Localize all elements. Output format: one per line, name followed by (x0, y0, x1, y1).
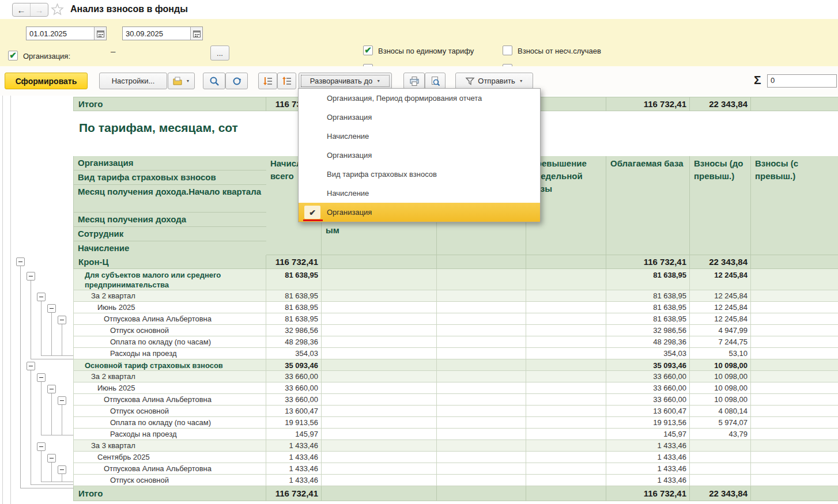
tree-collapse-button[interactable] (47, 304, 56, 313)
table-row[interactable]: Отпуск основной32 986,5632 986,564 947,9… (73, 325, 838, 336)
table-row[interactable]: Отпускова Алина Альбертовна81 638,9581 6… (73, 313, 838, 325)
forward-button[interactable]: → (30, 3, 48, 16)
cell-contrib-after (751, 486, 838, 501)
cell-accrued: 1 433,46 (266, 475, 322, 486)
table-row[interactable]: Отпуск основной13 600,4713 600,474 080,1… (73, 406, 838, 417)
table-row[interactable]: Для субъектов малого или среднего предпр… (73, 269, 838, 290)
cell-excess-base (526, 394, 606, 406)
cell-hidden (437, 486, 526, 501)
tree-collapse-button[interactable] (27, 272, 35, 281)
checkbox-accident-contributions[interactable]: ✔ (503, 46, 512, 55)
header-organization: Организация (74, 156, 266, 170)
table-row[interactable]: Сентябрь 20251 433,461 433,46 (73, 452, 838, 463)
calendar-icon[interactable] (94, 27, 106, 40)
back-arrow-icon: ← (17, 5, 26, 15)
tree-collapse-button[interactable] (16, 257, 25, 266)
minus-icon (39, 446, 43, 447)
menu-item[interactable]: Начисление (299, 127, 540, 146)
table-row[interactable]: Итого116 732,41116 732,4122 343,84 (73, 486, 838, 501)
column-header-taxable-base: Облагаемая база (606, 156, 690, 255)
row-label-cell: Отпуск основной (73, 475, 266, 486)
date-to-input[interactable] (123, 27, 190, 40)
table-row[interactable]: Отпускова Алина Альбертовна1 433,461 433… (73, 463, 838, 475)
cell-taxable-base: 19 913,56 (606, 417, 690, 429)
cell-contrib-before: 10 098,00 (690, 382, 751, 394)
favorite-star-icon[interactable] (51, 3, 64, 16)
tree-collapse-button[interactable] (47, 454, 56, 463)
checkbox-unified-tariff[interactable]: ✔ (363, 46, 373, 55)
tree-collapse-button[interactable] (47, 385, 56, 393)
tree-collapse-button[interactable] (37, 293, 46, 301)
calendar-icon[interactable] (190, 27, 202, 40)
table-row[interactable]: За 2 квартал81 638,9581 638,9512 245,84 (73, 290, 838, 302)
table-row[interactable]: За 2 квартал33 660,0033 660,0010 098,00 (73, 371, 838, 382)
menu-item[interactable]: Начисление (299, 184, 540, 203)
send-button[interactable]: Отправить ▼ (455, 73, 533, 89)
cell-accrued: 116 732,41 (266, 486, 322, 501)
row-label-cell: Расходы на проезд (73, 429, 266, 440)
menu-item-label: Организация, Период формирования отчета (327, 94, 482, 103)
expand-rows-button[interactable] (277, 73, 296, 89)
row-label-cell: Итого (73, 486, 266, 501)
cell-hidden (322, 302, 437, 313)
cell-accrued: 19 913,56 (266, 417, 322, 429)
table-row[interactable]: Июнь 202581 638,9581 638,9512 245,84 (73, 302, 838, 313)
print-preview-button[interactable] (425, 73, 446, 89)
generate-button[interactable]: Сформировать (5, 73, 88, 89)
collapse-rows-button[interactable] (258, 73, 277, 89)
table-row[interactable]: Июнь 202533 660,0033 660,0010 098,00 (73, 382, 838, 394)
table-row[interactable]: Основной тариф страховых взносов35 093,4… (73, 359, 838, 371)
settings-button[interactable]: Настройки... (99, 73, 167, 89)
cell-contrib-before (690, 463, 751, 475)
table-row[interactable]: Оплата по окладу (по часам)19 913,5619 9… (73, 417, 838, 429)
chevron-down-icon: ▼ (376, 79, 380, 83)
table-row[interactable]: Расходы на проезд354,03354,0353,10 (73, 348, 838, 359)
period-more-button[interactable]: ... (210, 46, 229, 60)
table-row[interactable]: Расходы на проезд145,97145,9743,79 (73, 429, 838, 440)
row-label-cell: Отпускова Алина Альбертовна (73, 463, 266, 475)
date-from-input[interactable] (27, 27, 94, 40)
cell-accrued: 33 660,00 (266, 394, 322, 406)
tree-collapse-button[interactable] (58, 316, 66, 324)
menu-item[interactable]: ✔Организация (299, 203, 540, 222)
cell-hidden (437, 452, 526, 463)
cell-contrib-after (751, 452, 838, 463)
tree-collapse-button[interactable] (58, 465, 66, 474)
expand-to-button[interactable]: Разворачивать до ▼ (299, 73, 392, 89)
print-button[interactable] (403, 73, 425, 89)
search-button[interactable] (203, 73, 225, 89)
report-variants-button[interactable]: ▼ (168, 73, 195, 89)
table-row[interactable]: Оплата по окладу (по часам)48 298,3648 2… (73, 336, 838, 348)
table-row[interactable]: Отпуск основной1 433,461 433,46 (73, 475, 838, 486)
date-to-field[interactable] (122, 26, 203, 40)
cell-contrib-before: 7 244,75 (690, 336, 751, 348)
menu-item[interactable]: Организация (299, 108, 540, 127)
table-row[interactable]: Отпускова Алина Альбертовна33 660,0033 6… (73, 394, 838, 406)
sum-input[interactable] (768, 75, 836, 85)
cell-accrued: 354,03 (266, 348, 322, 359)
cell-contrib-before: 12 245,84 (690, 313, 751, 325)
date-from-field[interactable] (26, 26, 107, 40)
menu-item[interactable]: Вид тарифа страховых взносов (299, 165, 540, 184)
cell-hidden (322, 290, 437, 302)
cell-contrib-before: 22 343,84 (690, 97, 751, 111)
tree-collapse-button[interactable] (27, 362, 35, 370)
checkbox-unified-tariff-label: Взносы по единому тарифу (378, 47, 474, 55)
cell-contrib-after (751, 371, 838, 382)
org-checkbox[interactable]: ✔ (8, 51, 18, 60)
table-row[interactable]: Крон-Ц116 732,41116 732,4122 343,84 (73, 255, 838, 269)
menu-item[interactable]: Организация, Период формирования отчета (299, 89, 540, 108)
table-row[interactable]: За 3 квартал1 433,461 433,46 (73, 440, 838, 452)
back-button[interactable]: ← (13, 3, 30, 16)
cell-accrued: 13 600,47 (266, 406, 322, 417)
menu-item-label: Организация (327, 151, 372, 160)
cell-contrib-after (751, 255, 838, 269)
sum-field[interactable] (767, 74, 837, 88)
cell-contrib-before (690, 440, 751, 452)
menu-item[interactable]: Организация (299, 146, 540, 165)
search-next-button[interactable] (225, 73, 248, 89)
tree-collapse-button[interactable] (37, 442, 46, 451)
tree-collapse-button[interactable] (58, 396, 66, 405)
tree-collapse-button[interactable] (37, 373, 46, 382)
cell-contrib-after (751, 336, 838, 348)
